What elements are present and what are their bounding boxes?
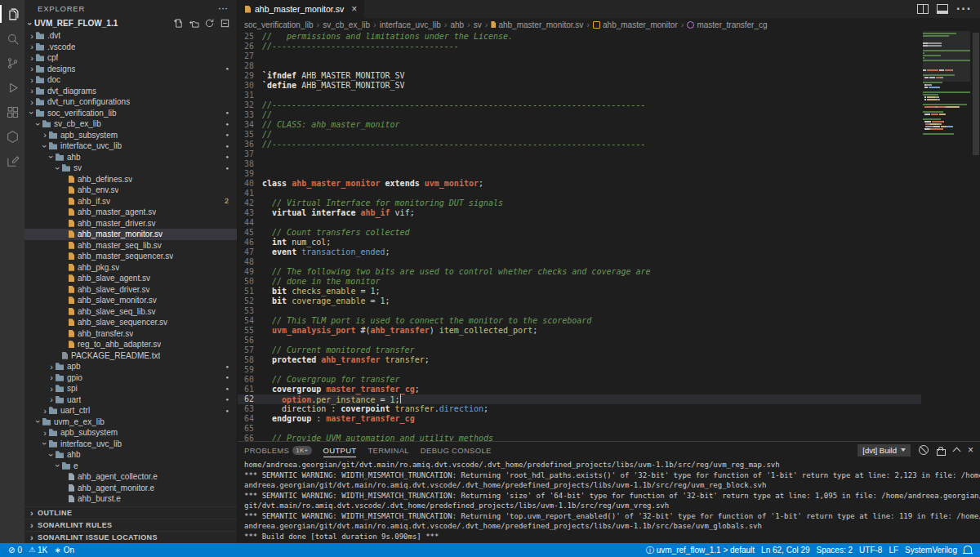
status-dvt-build-config[interactable]: ⓘuvm_ref_flow_1.1 > default bbox=[643, 543, 758, 557]
status-problems-errors[interactable]: ⊘0 bbox=[5, 543, 25, 557]
status-encoding[interactable]: UTF-8 bbox=[856, 543, 885, 557]
code-line-57[interactable]: 57 // Current monitored transfer bbox=[238, 345, 921, 355]
tree-file-ahb_pkg.sv[interactable]: ahb_pkg.sv bbox=[24, 262, 237, 274]
activity-bar-source-control[interactable] bbox=[0, 51, 24, 75]
more-editor-actions-icon[interactable]: ··· bbox=[956, 2, 972, 16]
tree-file-ahb_slave_monitor.sv[interactable]: ahb_slave_monitor.sv bbox=[24, 295, 237, 306]
status-cursor-position[interactable]: Ln 62, Col 29 bbox=[758, 543, 813, 557]
tree-file-ahb_slave_driver.sv[interactable]: ahb_slave_driver.sv bbox=[24, 284, 237, 296]
tree-folder-uart_ctrl[interactable]: ›uart_ctrl● bbox=[24, 405, 237, 417]
tree-file-ahb_transfer.sv[interactable]: ahb_transfer.sv bbox=[24, 328, 237, 340]
tree-file-ahb_burst.e[interactable]: ahb_burst.e bbox=[24, 493, 237, 505]
activity-bar-explorer[interactable] bbox=[0, 2, 24, 26]
code-line-51[interactable]: 51 bit checks_enable = 1; bbox=[238, 287, 921, 296]
tree-folder-ahb[interactable]: ›ahb bbox=[24, 449, 237, 461]
code-line-49[interactable]: 49 // The following two bits are used to… bbox=[238, 267, 921, 277]
tree-folder-cpf[interactable]: ›cpf bbox=[24, 52, 237, 64]
more-actions-icon[interactable]: ··· bbox=[219, 4, 229, 13]
tree-folder-dvt_diagrams[interactable]: ›dvt_diagrams bbox=[24, 86, 237, 97]
breadcrumb-sv_cb_ex_lib[interactable]: sv_cb_ex_lib bbox=[323, 20, 370, 29]
tree-folder-e[interactable]: ›e bbox=[24, 461, 237, 472]
toggle-panel-icon[interactable] bbox=[937, 4, 948, 14]
code-line-62[interactable]: 62 option.per_instance = 1; bbox=[238, 394, 921, 404]
breadcrumb-interface_uvc_lib[interactable]: interface_uvc_lib bbox=[380, 20, 441, 29]
tree-file-reg_to_ahb_adapter.sv[interactable]: reg_to_ahb_adapter.sv bbox=[24, 339, 237, 350]
new-folder-icon[interactable] bbox=[189, 18, 199, 29]
tree-folder-doc[interactable]: ›doc bbox=[24, 74, 237, 86]
tree-file-ahb_agent_collector.e[interactable]: ahb_agent_collector.e bbox=[24, 471, 237, 483]
code-line-33[interactable]: 33// bbox=[238, 110, 921, 120]
panel-tab-problems[interactable]: PROBLEMS1K+ bbox=[244, 442, 312, 458]
code-line-58[interactable]: 58 protected ahb_transfer transfer; bbox=[238, 355, 921, 365]
code-line-45[interactable]: 45 // Count transfers collected bbox=[238, 228, 921, 238]
tree-folder-uart[interactable]: ›uart● bbox=[24, 394, 237, 406]
tree-file-ahb_slave_sequencer.sv[interactable]: ahb_slave_sequencer.sv bbox=[24, 317, 237, 328]
output-channel-select[interactable]: [dvt] Build bbox=[858, 444, 911, 457]
code-line-35[interactable]: 35// bbox=[238, 130, 921, 140]
refresh-explorer-icon[interactable] bbox=[204, 18, 215, 29]
tree-file-ahb_master_monitor.sv[interactable]: ahb_master_monitor.sv bbox=[24, 229, 237, 240]
code-line-60[interactable]: 60 // Covergroup for transfer bbox=[238, 375, 921, 385]
scrollbar-thumb[interactable] bbox=[973, 33, 979, 155]
code-line-40[interactable]: 40class ahb_master_monitor extends uvm_m… bbox=[238, 179, 921, 189]
panel-tab-terminal[interactable]: TERMINAL bbox=[368, 442, 408, 458]
code-line-61[interactable]: 61 covergroup master_transfer_cg; bbox=[238, 385, 921, 394]
tree-folder-dvt_run_configurations[interactable]: ›dvt_run_configurations bbox=[24, 96, 237, 108]
code-line-25[interactable]: 25// permissions and limitations under t… bbox=[238, 32, 921, 42]
code-line-47[interactable]: 47 event transaction_ended; bbox=[238, 247, 921, 257]
code-line-31[interactable]: 31 bbox=[238, 91, 921, 100]
section-sonarlint-issue-locations[interactable]: ›SONARLINT ISSUE LOCATIONS bbox=[24, 531, 237, 543]
tree-file-ahb_if.sv[interactable]: ahb_if.sv2 bbox=[24, 196, 237, 207]
close-panel-icon[interactable]: × bbox=[968, 445, 973, 455]
collapse-folders-icon[interactable] bbox=[220, 18, 230, 29]
activity-bar-dvt-tools[interactable] bbox=[0, 124, 24, 149]
code-line-53[interactable]: 53 bbox=[238, 306, 921, 316]
code-line-26[interactable]: 26//------------------------------------… bbox=[238, 42, 921, 51]
tree-file-ahb_env.sv[interactable]: ahb_env.sv bbox=[24, 185, 237, 196]
tree-folder-apb_subsystem[interactable]: ›apb_subsystem bbox=[24, 427, 237, 439]
tree-folder-uvm_e_ex_lib[interactable]: ›uvm_e_ex_lib bbox=[24, 417, 237, 428]
code-line-34[interactable]: 34// CLASS: ahb_master_monitor bbox=[238, 120, 921, 130]
tree-file-ahb_slave_seq_lib.sv[interactable]: ahb_slave_seq_lib.sv bbox=[24, 306, 237, 318]
code-line-52[interactable]: 52 bit coverage_enable = 1; bbox=[238, 296, 921, 306]
panel-tab-debug-console[interactable]: DEBUG CONSOLE bbox=[421, 442, 492, 458]
code-line-43[interactable]: 43 virtual interface ahb_if vif; bbox=[238, 208, 921, 218]
tree-file-ahb_master_sequencer.sv[interactable]: ahb_master_sequencer.sv bbox=[24, 251, 237, 262]
section-sonarlint-rules[interactable]: ›SONARLINT RULES bbox=[24, 519, 237, 531]
tree-file-ahb_agent_monitor.e[interactable]: ahb_agent_monitor.e bbox=[24, 483, 237, 494]
section-outline[interactable]: ›OUTLINE bbox=[24, 506, 237, 519]
maximize-panel-icon[interactable] bbox=[953, 448, 961, 456]
tree-folder-spi[interactable]: ›spi● bbox=[24, 383, 237, 394]
code-line-48[interactable]: 48 bbox=[238, 257, 921, 267]
code-line-42[interactable]: 42 // Virtual Interface for monitoring D… bbox=[238, 198, 921, 208]
code-line-54[interactable]: 54 // This TLM port is used to connect t… bbox=[238, 316, 921, 326]
breadcrumb-ahb[interactable]: ahb bbox=[450, 20, 464, 29]
breadcrumb-ahb_master_monitor.sv[interactable]: ahb_master_monitor.sv bbox=[491, 20, 583, 29]
breadcrumb-master_transfer_cg[interactable]: master_transfer_cg bbox=[687, 20, 767, 29]
code-line-59[interactable]: 59 bbox=[238, 365, 921, 375]
tree-file-ahb_master_driver.sv[interactable]: ahb_master_driver.sv bbox=[24, 218, 237, 229]
tree-folder-ahb[interactable]: ›ahb● bbox=[24, 152, 237, 163]
tree-file-ahb_master_agent.sv[interactable]: ahb_master_agent.sv bbox=[24, 207, 237, 218]
panel-tab-output[interactable]: OUTPUT bbox=[323, 442, 357, 458]
breadcrumb-sv[interactable]: sv bbox=[474, 20, 482, 29]
code-line-28[interactable]: 28 bbox=[238, 61, 921, 71]
code-line-55[interactable]: 55 uvm_analysis_port #(ahb_transfer) ite… bbox=[238, 326, 921, 336]
tree-file-PACKAGE_README.txt[interactable]: PACKAGE_README.txt bbox=[24, 350, 237, 362]
project-section-header[interactable]: › UVM_REF_FLOW_1.1 bbox=[24, 16, 237, 30]
tree-folder-sv_cb_ex_lib[interactable]: ›sv_cb_ex_lib● bbox=[24, 118, 237, 130]
minimap-slider[interactable] bbox=[923, 31, 970, 82]
breadcrumb-ahb_master_monitor[interactable]: ahb_master_monitor bbox=[593, 20, 678, 29]
breadcrumb-soc_verification_lib[interactable]: soc_verification_lib bbox=[244, 20, 314, 29]
tree-file-ahb_slave_agent.sv[interactable]: ahb_slave_agent.sv bbox=[24, 273, 237, 284]
code-line-37[interactable]: 37 bbox=[238, 149, 921, 159]
lock-scroll-icon[interactable] bbox=[937, 449, 946, 456]
activity-bar-extensions[interactable] bbox=[0, 100, 24, 124]
code-editor[interactable]: 25// permissions and limitations under t… bbox=[238, 31, 980, 441]
minimap[interactable] bbox=[923, 31, 970, 441]
editor-scrollbar[interactable] bbox=[972, 31, 980, 441]
tree-folder-.dvt[interactable]: ›.dvt bbox=[24, 30, 237, 42]
tree-folder-sv[interactable]: ›sv● bbox=[24, 163, 237, 174]
code-line-44[interactable]: 44 bbox=[238, 218, 921, 228]
tree-folder-interface_uvc_lib[interactable]: ›interface_uvc_lib bbox=[24, 439, 237, 450]
